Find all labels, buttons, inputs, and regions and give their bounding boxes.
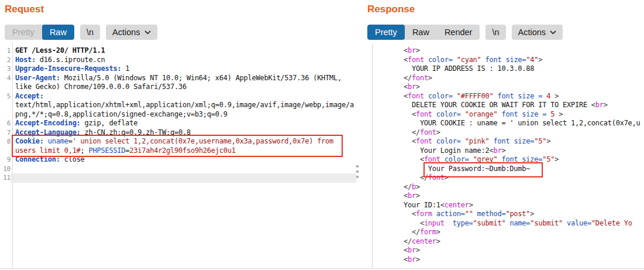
code-line: 3Upgrade-Insecure-Requests: 1 bbox=[0, 64, 359, 74]
response-newline-toggle-button[interactable]: \n bbox=[485, 25, 505, 40]
code-line: <font color= "#FFFF00" font size = 4 > bbox=[363, 92, 644, 101]
line-number: 8 bbox=[0, 137, 11, 146]
code-line: 11 bbox=[0, 173, 359, 183]
response-panel: Response PrettyRawRender \n Actions <br>… bbox=[363, 0, 644, 270]
code-line: Your ID:1<center> bbox=[363, 201, 644, 210]
code-line: <form action="" method="post"> bbox=[363, 210, 644, 219]
code-line: </b> bbox=[363, 183, 644, 192]
response-editor[interactable]: <br><font color= "cyan" font size="4"> Y… bbox=[363, 43, 644, 268]
request-toolbar: PrettyRaw \n Actions bbox=[5, 25, 157, 40]
request-newline-toggle-button[interactable]: \n bbox=[80, 25, 100, 40]
line-number: 11 bbox=[0, 173, 11, 183]
code-line: <br> bbox=[363, 83, 644, 92]
code-line: DELETE YOUR COOKIE OR WAIT FOR IT TO EXP… bbox=[363, 101, 644, 110]
bottom-border bbox=[0, 268, 644, 269]
http-message-viewer: Request PrettyRaw \n Actions 1GET /Less-… bbox=[0, 0, 644, 270]
code-line: 10 bbox=[0, 165, 359, 174]
code-line: YOUR IP ADDRESS IS : 10.3.0.88 bbox=[363, 64, 644, 74]
tab-raw[interactable]: Raw bbox=[405, 25, 437, 40]
code-line: png,*/*;q=0.8,application/signed-exchang… bbox=[0, 110, 359, 119]
code-line: 6Accept-Encoding: gzip, deflate bbox=[0, 119, 359, 128]
code-line: text/html,application/xhtml+xml,applicat… bbox=[0, 101, 359, 110]
line-number: 1 bbox=[0, 46, 11, 56]
code-line: <font color= "pink" font size="5"> bbox=[363, 137, 644, 146]
response-password-annotation-box bbox=[423, 162, 543, 177]
code-line: 1GET /Less-20/ HTTP/1.1 bbox=[0, 46, 359, 56]
code-line: 4User-Agent: Mozilla/5.0 (Windows NT 10.… bbox=[0, 74, 359, 83]
request-title: Request bbox=[5, 4, 44, 15]
code-line: </center> bbox=[363, 237, 644, 247]
code-line: <br> bbox=[363, 46, 644, 56]
code-line: Your Login name:2<br> bbox=[363, 146, 644, 156]
line-number: 7 bbox=[0, 128, 11, 138]
code-line: <font color= "orange" font size = 5 > bbox=[363, 110, 644, 119]
line-number bbox=[0, 110, 11, 119]
response-actions-button[interactable]: Actions bbox=[512, 25, 563, 40]
code-line: like Gecko) Chrome/109.0.0.0 Safari/537.… bbox=[0, 83, 359, 92]
tab-pretty[interactable]: Pretty bbox=[367, 25, 405, 40]
response-tab-group: PrettyRawRender bbox=[367, 25, 480, 40]
line-number: 9 bbox=[0, 155, 11, 165]
line-number: 3 bbox=[0, 64, 11, 74]
request-editor[interactable]: 1GET /Less-20/ HTTP/1.12Host: d16.s.ipro… bbox=[0, 43, 359, 268]
response-toolbar: PrettyRawRender \n Actions bbox=[367, 25, 563, 40]
code-line: <br> bbox=[363, 246, 644, 255]
code-line: <br> bbox=[363, 192, 644, 201]
request-cookie-annotation-box bbox=[12, 135, 343, 157]
code-line: </font> bbox=[363, 74, 644, 83]
line-number: 10 bbox=[0, 165, 11, 174]
line-number: 6 bbox=[0, 119, 11, 128]
request-tab-group: PrettyRaw bbox=[5, 25, 74, 40]
request-actions-label: Actions bbox=[112, 28, 140, 37]
request-actions-button[interactable]: Actions bbox=[106, 25, 157, 40]
tab-raw[interactable]: Raw bbox=[42, 25, 74, 40]
line-number bbox=[0, 83, 11, 92]
code-line: <br> bbox=[363, 255, 644, 265]
code-line: </form> bbox=[363, 228, 644, 237]
tab-render[interactable]: Render bbox=[437, 25, 480, 40]
line-number bbox=[0, 101, 11, 110]
tab-pretty[interactable]: Pretty bbox=[5, 25, 42, 40]
code-line: 2Host: d16.s.iproute.cn bbox=[0, 56, 359, 65]
code-line: <font color= "cyan" font size="4"> bbox=[363, 56, 644, 65]
code-line: <input type="submit" name="submit" value… bbox=[363, 219, 644, 228]
line-number: 5 bbox=[0, 92, 11, 101]
response-actions-label: Actions bbox=[518, 28, 546, 37]
code-line: 5Accept: bbox=[0, 92, 359, 101]
code-line: YOUR COOKIE : uname = ' union select 1,2… bbox=[363, 119, 644, 128]
request-panel: Request PrettyRaw \n Actions 1GET /Less-… bbox=[0, 0, 359, 270]
chevron-down-icon bbox=[550, 30, 556, 35]
panel-splitter-grip-icon[interactable] bbox=[355, 165, 360, 178]
line-number bbox=[0, 146, 11, 156]
code-line: </font> bbox=[363, 128, 644, 138]
chevron-down-icon bbox=[144, 30, 151, 35]
line-number: 4 bbox=[0, 74, 11, 83]
line-number: 2 bbox=[0, 56, 11, 65]
response-title: Response bbox=[367, 4, 415, 15]
